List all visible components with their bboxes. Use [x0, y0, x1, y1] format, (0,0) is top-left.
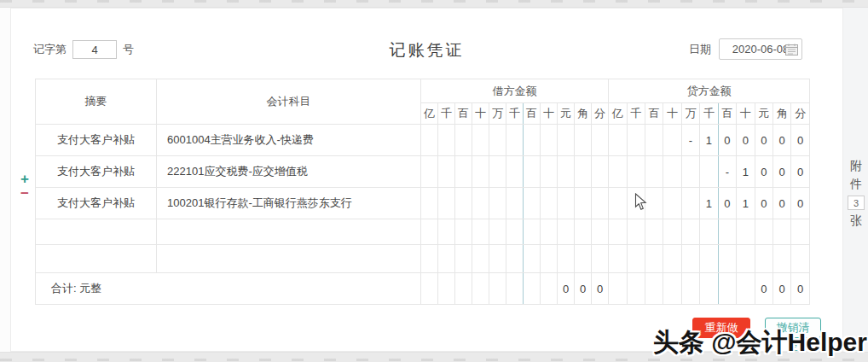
credit-digit-cell[interactable] — [627, 245, 645, 273]
debit-digit-cell[interactable] — [524, 156, 541, 188]
credit-digit-cell[interactable] — [645, 219, 663, 245]
debit-digit-cell[interactable] — [421, 188, 438, 219]
account-cell[interactable]: 100201银行存款-工商银行燕莎东支行 — [157, 188, 421, 219]
debit-digit-cell[interactable] — [575, 125, 592, 156]
debit-digit-cell[interactable] — [558, 245, 575, 273]
debit-digit-cell[interactable] — [489, 156, 506, 188]
debit-digit-cell[interactable] — [472, 219, 489, 245]
debit-digit-cell[interactable] — [506, 156, 524, 188]
debit-digit-cell[interactable] — [455, 125, 472, 156]
credit-digit-cell[interactable]: 0 — [755, 156, 773, 188]
credit-digit-cell[interactable] — [773, 245, 791, 273]
debit-digit-cell[interactable] — [506, 219, 524, 245]
debit-digit-cell[interactable] — [438, 245, 455, 273]
debit-digit-cell[interactable] — [592, 219, 609, 245]
credit-digit-cell[interactable] — [663, 156, 681, 188]
credit-digit-cell[interactable] — [609, 245, 627, 273]
debit-digit-cell[interactable] — [541, 219, 558, 245]
debit-digit-cell[interactable] — [489, 219, 506, 245]
credit-digit-cell[interactable] — [737, 219, 755, 245]
debit-digit-cell[interactable] — [524, 188, 541, 219]
debit-digit-cell[interactable] — [506, 125, 524, 156]
debit-digit-cell[interactable] — [506, 188, 524, 219]
debit-digit-cell[interactable] — [472, 245, 489, 273]
debit-digit-cell[interactable] — [438, 125, 455, 156]
credit-digit-cell[interactable] — [663, 245, 681, 273]
debit-digit-cell[interactable] — [472, 125, 489, 156]
debit-digit-cell[interactable] — [541, 245, 558, 273]
debit-digit-cell[interactable] — [541, 188, 558, 219]
debit-digit-cell[interactable] — [455, 188, 472, 219]
credit-digit-cell[interactable] — [645, 156, 663, 188]
account-cell[interactable]: 6001004主营业务收入-快递费 — [157, 125, 421, 156]
credit-digit-cell[interactable] — [737, 245, 755, 273]
credit-digit-cell[interactable]: 0 — [791, 156, 810, 188]
credit-digit-cell[interactable]: 0 — [773, 156, 791, 188]
credit-digit-cell[interactable] — [700, 156, 718, 188]
debit-digit-cell[interactable] — [421, 156, 438, 188]
date-input[interactable]: 2020-06-08 — [719, 38, 802, 60]
credit-digit-cell[interactable] — [681, 219, 699, 245]
debit-digit-cell[interactable] — [575, 245, 592, 273]
debit-digit-cell[interactable] — [421, 219, 438, 245]
debit-digit-cell[interactable] — [541, 125, 558, 156]
credit-digit-cell[interactable] — [645, 188, 663, 219]
summary-cell[interactable]: 支付大客户补贴 — [36, 156, 157, 188]
credit-digit-cell[interactable] — [627, 125, 645, 156]
credit-digit-cell[interactable] — [609, 125, 627, 156]
debit-digit-cell[interactable] — [575, 188, 592, 219]
debit-digit-cell[interactable] — [489, 245, 506, 273]
credit-digit-cell[interactable]: 1 — [700, 125, 718, 156]
debit-digit-cell[interactable] — [575, 156, 592, 188]
credit-digit-cell[interactable]: 0 — [773, 188, 791, 219]
credit-digit-cell[interactable] — [681, 245, 699, 273]
credit-digit-cell[interactable]: 1 — [737, 156, 755, 188]
credit-digit-cell[interactable]: 1 — [737, 188, 755, 219]
account-cell[interactable] — [157, 219, 421, 245]
credit-digit-cell[interactable] — [609, 156, 627, 188]
attachment-count-input[interactable] — [848, 196, 865, 210]
debit-digit-cell[interactable] — [558, 156, 575, 188]
debit-digit-cell[interactable] — [524, 245, 541, 273]
credit-digit-cell[interactable]: 0 — [791, 188, 810, 219]
credit-digit-cell[interactable] — [681, 156, 699, 188]
credit-digit-cell[interactable]: - — [681, 125, 699, 156]
credit-digit-cell[interactable] — [609, 219, 627, 245]
debit-digit-cell[interactable] — [438, 219, 455, 245]
credit-digit-cell[interactable] — [609, 188, 627, 219]
summary-cell[interactable] — [36, 245, 157, 273]
debit-digit-cell[interactable] — [592, 245, 609, 273]
debit-digit-cell[interactable] — [558, 188, 575, 219]
credit-digit-cell[interactable] — [718, 219, 736, 245]
credit-digit-cell[interactable] — [663, 125, 681, 156]
credit-digit-cell[interactable] — [681, 188, 699, 219]
debit-digit-cell[interactable] — [506, 245, 524, 273]
summary-cell[interactable] — [36, 219, 157, 245]
credit-digit-cell[interactable] — [773, 219, 791, 245]
debit-digit-cell[interactable] — [558, 219, 575, 245]
debit-digit-cell[interactable] — [455, 156, 472, 188]
summary-cell[interactable]: 支付大客户补贴 — [36, 125, 157, 156]
credit-digit-cell[interactable]: 0 — [718, 188, 736, 219]
debit-digit-cell[interactable] — [592, 156, 609, 188]
debit-digit-cell[interactable] — [592, 188, 609, 219]
debit-digit-cell[interactable] — [421, 125, 438, 156]
debit-digit-cell[interactable] — [541, 156, 558, 188]
debit-digit-cell[interactable] — [472, 156, 489, 188]
credit-digit-cell[interactable]: 0 — [718, 125, 736, 156]
credit-digit-cell[interactable] — [700, 219, 718, 245]
debit-digit-cell[interactable] — [489, 125, 506, 156]
debit-digit-cell[interactable] — [438, 156, 455, 188]
debit-digit-cell[interactable] — [438, 188, 455, 219]
credit-digit-cell[interactable]: 0 — [755, 188, 773, 219]
account-cell[interactable]: 222101应交税费-应交增值税 — [157, 156, 421, 188]
account-cell[interactable] — [157, 245, 421, 273]
credit-digit-cell[interactable] — [663, 188, 681, 219]
credit-digit-cell[interactable] — [755, 245, 773, 273]
credit-digit-cell[interactable] — [791, 219, 810, 245]
credit-digit-cell[interactable] — [755, 219, 773, 245]
debit-digit-cell[interactable] — [489, 188, 506, 219]
credit-digit-cell[interactable] — [700, 245, 718, 273]
credit-digit-cell[interactable]: 0 — [737, 125, 755, 156]
credit-digit-cell[interactable]: 0 — [773, 125, 791, 156]
